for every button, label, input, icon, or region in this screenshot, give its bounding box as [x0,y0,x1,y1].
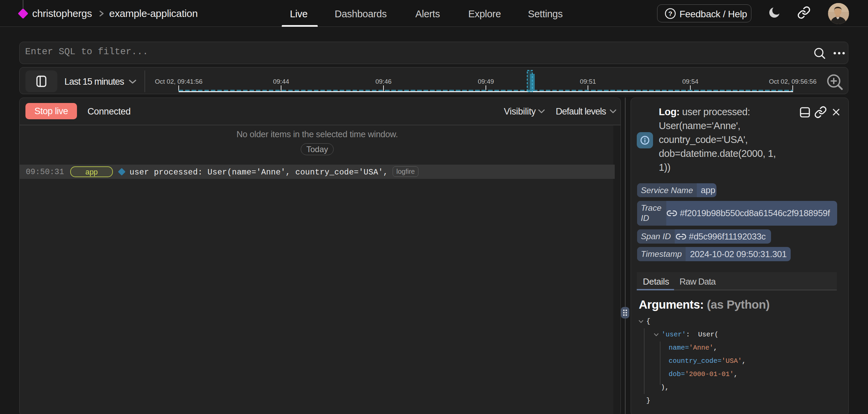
svg-text:?: ? [668,10,672,17]
